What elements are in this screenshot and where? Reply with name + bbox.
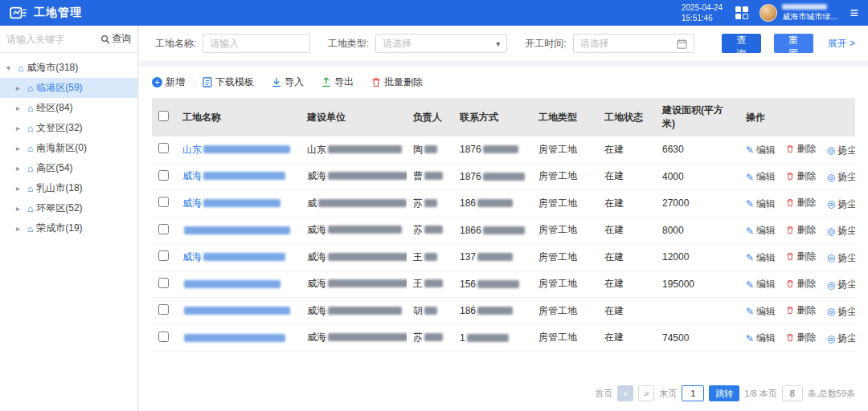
tree-item[interactable]: ▸⌂高区(54) — [0, 158, 137, 178]
last-page-link[interactable]: 末页 — [659, 388, 677, 400]
reset-button[interactable]: 重置 — [774, 34, 813, 53]
prev-page-button[interactable]: < — [617, 385, 633, 401]
caret-down-icon[interactable]: ▾ — [6, 63, 14, 72]
user-info[interactable]: 威海市城市绿... — [782, 4, 837, 22]
site-type-label: 工地类型: — [328, 37, 369, 51]
delete-button[interactable]: 删除 — [786, 196, 816, 210]
start-time-picker[interactable]: 请选择 — [573, 34, 694, 53]
sidebar-search-input[interactable] — [6, 34, 100, 45]
delete-button[interactable]: 删除 — [786, 303, 816, 317]
edit-button[interactable]: ✎编辑 — [746, 170, 776, 184]
edit-button[interactable]: ✎编辑 — [746, 305, 776, 319]
dust-button[interactable]: ◎扬尘 — [827, 332, 855, 345]
caret-right-icon[interactable]: ▸ — [16, 204, 24, 213]
apps-grid-icon[interactable] — [735, 6, 748, 19]
row-checkbox[interactable] — [158, 197, 169, 207]
delete-button[interactable]: 删除 — [786, 331, 816, 344]
tree-item[interactable]: ▸⌂环翠区(52) — [0, 198, 137, 218]
caret-right-icon[interactable]: ▸ — [16, 224, 24, 233]
page-number-input[interactable] — [682, 385, 704, 401]
tree-item[interactable]: ▸⌂临港区(59) — [0, 78, 137, 98]
dust-button[interactable]: ◎扬尘 — [827, 224, 855, 238]
menu-icon[interactable]: ≡ — [850, 6, 858, 20]
add-button[interactable]: + 新增 — [152, 75, 185, 89]
tree-item[interactable]: ▸⌂经区(84) — [0, 98, 137, 118]
expand-filters-link[interactable]: 展开 > — [828, 37, 855, 51]
edit-button[interactable]: ✎编辑 — [746, 224, 776, 238]
site-name-link[interactable]: 威海 — [182, 170, 285, 181]
site-name-cell — [176, 298, 301, 325]
jump-button[interactable]: 跳转 — [709, 385, 739, 401]
delete-button[interactable]: 删除 — [786, 142, 816, 156]
dust-button[interactable]: ◎扬尘 — [827, 144, 855, 157]
site-name-link[interactable] — [182, 225, 290, 236]
download-template-button[interactable]: 下载模板 — [203, 75, 254, 89]
sidebar-search-button[interactable]: 查询 — [100, 32, 131, 46]
site-type-cell: 房管工地 — [532, 271, 598, 298]
site-name-link[interactable] — [182, 332, 285, 344]
site-name-cell: 威海 — [176, 163, 301, 190]
row-checkbox[interactable] — [158, 250, 169, 261]
site-name-link[interactable] — [182, 279, 280, 290]
row-checkbox[interactable] — [158, 278, 169, 288]
caret-right-icon[interactable]: ▸ — [16, 124, 24, 132]
tree-item-label: 文登区(32) — [36, 121, 82, 135]
caret-right-icon[interactable]: ▸ — [16, 83, 24, 92]
query-button[interactable]: 查询 — [722, 34, 761, 53]
trash-icon — [786, 226, 794, 234]
tree-item[interactable]: ▸⌂荣成市(19) — [0, 218, 137, 238]
caret-right-icon[interactable]: ▸ — [16, 164, 24, 173]
tree-item[interactable]: ▸⌂乳山市(18) — [0, 178, 137, 198]
delete-button[interactable]: 删除 — [786, 277, 816, 291]
first-page-link[interactable]: 首页 — [595, 388, 612, 400]
caret-right-icon[interactable]: ▸ — [16, 184, 24, 193]
row-checkbox[interactable] — [158, 143, 169, 153]
page-size-input[interactable] — [782, 385, 803, 401]
delete-button[interactable]: 删除 — [786, 250, 816, 263]
avatar[interactable] — [760, 4, 777, 22]
dust-button[interactable]: ◎扬尘 — [827, 170, 855, 184]
batch-delete-button[interactable]: 批量删除 — [371, 75, 423, 89]
tree-item-label: 经区(84) — [36, 101, 72, 115]
company-cell: 威海 — [301, 271, 407, 298]
next-page-button[interactable]: > — [638, 385, 654, 401]
site-name-link[interactable]: 山东 — [182, 144, 290, 155]
site-name-link[interactable]: 威海 — [182, 251, 285, 262]
site-type-cell: 房管工地 — [532, 217, 598, 244]
site-name-cell: 山东 — [176, 136, 301, 163]
import-button[interactable]: 导入 — [272, 75, 304, 89]
caret-right-icon[interactable]: ▸ — [16, 144, 24, 153]
area-cell: 195000 — [656, 271, 739, 298]
edit-button[interactable]: ✎编辑 — [746, 251, 776, 265]
row-checkbox[interactable] — [158, 304, 169, 315]
actions-cell: ✎编辑 删除 ◎扬尘 — [739, 190, 855, 218]
select-all-checkbox[interactable] — [158, 111, 169, 121]
site-name-input[interactable] — [210, 38, 303, 49]
row-checkbox[interactable] — [158, 224, 169, 234]
edit-button[interactable]: ✎编辑 — [746, 144, 776, 157]
dust-button[interactable]: ◎扬尘 — [827, 278, 855, 291]
row-checkbox[interactable] — [158, 332, 169, 342]
site-name-cell — [176, 324, 301, 352]
tree-root-label: 威海市(318) — [27, 61, 78, 75]
total-count: 条,总数59条 — [808, 388, 855, 400]
edit-button[interactable]: ✎编辑 — [746, 278, 776, 291]
tree-item[interactable]: ▸⌂南海新区(0) — [0, 138, 137, 158]
delete-button[interactable]: 删除 — [786, 169, 816, 183]
export-button[interactable]: 导出 — [321, 75, 354, 89]
delete-button[interactable]: 删除 — [786, 223, 816, 237]
row-select-cell — [152, 190, 176, 218]
site-name-link[interactable]: 威海 — [182, 197, 280, 209]
trash-icon — [786, 252, 794, 261]
edit-button[interactable]: ✎编辑 — [746, 332, 776, 345]
tree-item[interactable]: ▸⌂文登区(32) — [0, 118, 137, 138]
site-type-select[interactable]: 请选择 ▾ — [375, 34, 507, 53]
dust-button[interactable]: ◎扬尘 — [827, 251, 855, 265]
tree-root-item[interactable]: ▾ ⌂ 威海市(318) — [0, 58, 137, 78]
edit-button[interactable]: ✎编辑 — [746, 197, 776, 211]
site-name-link[interactable] — [182, 305, 290, 316]
dust-button[interactable]: ◎扬尘 — [827, 197, 855, 211]
dust-button[interactable]: ◎扬尘 — [827, 305, 855, 319]
caret-right-icon[interactable]: ▸ — [16, 104, 24, 112]
row-checkbox[interactable] — [158, 170, 169, 181]
